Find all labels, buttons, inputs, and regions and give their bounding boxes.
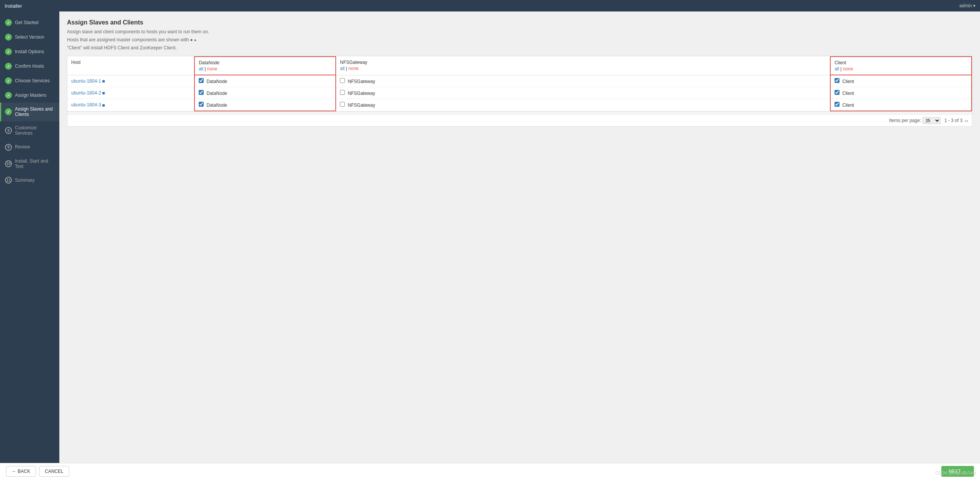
col-header-host: Host [67,57,194,75]
step-icon-confirm-hosts: ✓ [5,63,12,70]
datanode-none-link[interactable]: none [207,66,217,72]
step-icon-install-options: ✓ [5,48,12,55]
nfsgateway-cell: NFSGateway [336,75,830,87]
table-row: ubuntu-1804-1 DataNode NFSGateway Client [67,75,972,87]
main-layout: ✓Get Started✓Select Version✓Install Opti… [0,11,980,463]
nfsgateway-col-label: NFSGateway [340,60,826,65]
host-link[interactable]: ubuntu-1804-2 [71,90,101,96]
sidebar-item-assign-slaves[interactable]: ✓Assign Slaves and Clients [0,103,59,121]
step-icon-assign-slaves: ✓ [5,108,12,115]
sidebar-label-assign-slaves: Assign Slaves and Clients [15,106,56,117]
client-cell: Client [830,99,972,111]
step-icon-assign-masters: ✓ [5,92,12,99]
client-label: Client [841,103,854,108]
sidebar-label-summary: Summary [15,178,34,183]
step-icon-get-started: ✓ [5,19,12,26]
sidebar-item-choose-services[interactable]: ✓Choose Services [0,73,59,88]
nfsgateway-all-link[interactable]: all [340,66,345,71]
left-buttons: ← BACK CANCEL [6,466,69,477]
nfsgateway-label: NFSGateway [346,91,375,96]
sidebar-item-summary[interactable]: 11Summary [0,173,59,187]
step-icon-customize-services: 8 [5,127,12,134]
page-title: Assign Slaves and Clients [67,19,972,26]
nfsgateway-checkbox[interactable] [340,102,345,107]
scroll-area[interactable] [67,111,972,114]
sidebar-item-get-started[interactable]: ✓Get Started [0,15,59,30]
datanode-checkbox[interactable] [199,90,204,95]
sidebar-item-install-start-test[interactable]: 10Install, Start and Test [0,155,59,173]
col-header-datanode: DataNodeall | none [194,57,336,75]
nfsgateway-cell: NFSGateway [336,99,830,111]
master-dot-indicator: ● [194,38,196,42]
sidebar-item-review[interactable]: 9Review [0,140,59,155]
sidebar-item-customize-services[interactable]: 8Customize Services [0,121,59,140]
client-checkbox[interactable] [835,90,840,95]
cancel-button[interactable]: CANCEL [39,466,69,477]
app-title: Installer [5,3,22,9]
client-cell: Client [830,87,972,99]
step-icon-choose-services: ✓ [5,77,12,84]
user-menu[interactable]: admin ▾ [959,3,975,8]
page-desc2: Hosts that are assigned master component… [67,36,972,43]
col-header-nfsgateway: NFSGatewayall | none [336,57,830,75]
page-desc1: Assign slave and client components to ho… [67,28,972,35]
host-link[interactable]: ubuntu-1804-3 [71,102,101,108]
datanode-checkbox[interactable] [199,78,204,83]
content-area: Assign Slaves and Clients Assign slave a… [59,11,980,463]
bottom-bar: ← BACK CANCEL NEXT → [0,463,980,479]
client-none-link[interactable]: none [843,66,853,72]
sidebar-item-confirm-hosts[interactable]: ✓Confirm Hosts [0,59,59,73]
host-link[interactable]: ubuntu-1804-1 [71,78,101,84]
nfsgateway-cell: NFSGateway [336,87,830,99]
nfsgateway-none-link[interactable]: none [348,66,359,71]
datanode-all-link[interactable]: all [199,66,203,72]
sidebar-label-select-version: Select Version [15,34,44,40]
sidebar-label-get-started: Get Started [15,20,38,25]
sidebar-item-assign-masters[interactable]: ✓Assign Masters [0,88,59,103]
nfsgateway-label: NFSGateway [346,103,375,108]
nfsgateway-label: NFSGateway [346,79,375,84]
sidebar-item-select-version[interactable]: ✓Select Version [0,30,59,44]
topbar: Installer admin ▾ [0,0,980,11]
items-per-page-select[interactable]: 25 50 100 [923,117,941,124]
datanode-label: DataNode [205,79,227,84]
host-cell: ubuntu-1804-2 [67,87,194,99]
items-per-page-label: Items per page: [889,118,921,123]
datanode-cell: DataNode [194,87,336,99]
back-button[interactable]: ← BACK [6,466,36,477]
host-master-dot [102,92,105,94]
host-master-dot [102,104,105,107]
client-checkbox[interactable] [835,78,840,83]
sidebar-label-install-options: Install Options [15,49,44,54]
client-col-label: Client [835,60,967,65]
datanode-checkbox[interactable] [199,102,204,107]
datanode-label: DataNode [205,103,227,108]
assignment-table-wrapper: HostDataNodeall | noneNFSGatewayall | no… [67,56,972,127]
datanode-col-label: DataNode [199,60,219,65]
sidebar-label-customize-services: Customize Services [15,125,56,136]
step-icon-summary: 11 [5,177,12,184]
page-info: 1 - 3 of 3 [944,118,962,123]
sidebar-label-assign-masters: Assign Masters [15,93,46,98]
sidebar: ✓Get Started✓Select Version✓Install Opti… [0,11,59,463]
next-page-button[interactable]: › [967,118,968,124]
datanode-label: DataNode [205,91,227,96]
col-header-client: Clientall | none [830,57,972,75]
sidebar-label-choose-services: Choose Services [15,78,50,83]
watermark: CSDN @BigDataToAI [935,471,976,475]
sidebar-item-install-options[interactable]: ✓Install Options [0,44,59,59]
sidebar-label-install-start-test: Install, Start and Test [15,158,56,169]
client-label: Client [841,79,854,84]
table-row: ubuntu-1804-2 DataNode NFSGateway Client [67,87,972,99]
host-cell: ubuntu-1804-3 [67,99,194,111]
nfsgateway-checkbox[interactable] [340,78,345,83]
client-cell: Client [830,75,972,87]
client-all-link[interactable]: all [835,66,839,72]
assignment-table: HostDataNodeall | noneNFSGatewayall | no… [67,56,972,111]
nfsgateway-checkbox[interactable] [340,90,345,95]
step-icon-select-version: ✓ [5,34,12,41]
datanode-cell: DataNode [194,99,336,111]
datanode-cell: DataNode [194,75,336,87]
page-desc3: "Client" will install HDFS Client and Zo… [67,44,972,51]
client-checkbox[interactable] [835,102,840,107]
